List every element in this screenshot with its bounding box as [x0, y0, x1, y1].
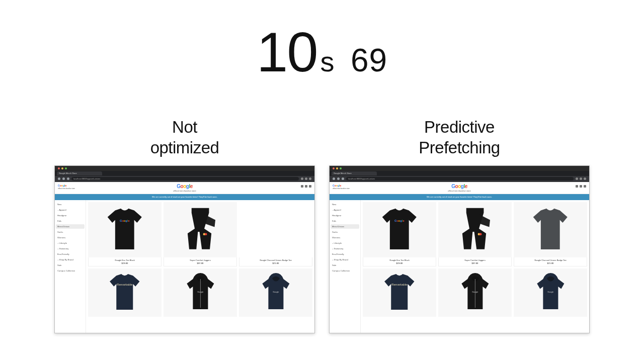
search-icon[interactable]: [301, 185, 303, 188]
svg-text:Google: Google: [197, 291, 203, 293]
product-grid: Google Google Eco Tee Black $23.00 Super…: [86, 200, 314, 333]
site-header: Google official merchandise store Google…: [55, 182, 314, 194]
reload-icon[interactable]: [67, 177, 69, 180]
sidebar-item[interactable]: Lifestyle: [56, 241, 85, 245]
sidebar-item[interactable]: Socks: [331, 230, 359, 234]
product-image-pants: [449, 206, 501, 253]
site-logo[interactable]: Google: [177, 184, 192, 189]
extension-icon[interactable]: [301, 177, 303, 180]
store-body: NewApparelHeadgearKidsMens/UnisexSocksWo…: [55, 200, 314, 333]
forward-icon[interactable]: [62, 177, 65, 180]
sidebar-item[interactable]: Sale: [331, 263, 359, 267]
extension-icon[interactable]: [576, 177, 578, 180]
product-image: Google: [164, 268, 237, 317]
product-image: [514, 202, 587, 257]
url-input[interactable]: localhost:3000/apparel-unisex: [346, 177, 574, 180]
product-image-tshirt: Remarkable: [368, 272, 431, 313]
site-logo-small[interactable]: Google: [58, 184, 66, 187]
product-image-hoodie: Google: [446, 272, 505, 313]
sidebar-item[interactable]: Womens: [56, 235, 85, 240]
announcement-banner: We are currently out of stock on your fa…: [330, 194, 589, 200]
sidebar-item[interactable]: Womens: [331, 235, 359, 240]
site-logo-small-sub: official merchandise store: [58, 188, 75, 190]
cart-icon[interactable]: [309, 185, 311, 188]
product-card[interactable]: Remarkable: [88, 268, 162, 317]
product-card[interactable]: Google Charcoal Unisex Badge Tee $21.00: [239, 202, 312, 266]
reload-icon[interactable]: [342, 177, 344, 180]
sidebar-item[interactable]: Shop By Brand: [331, 257, 359, 262]
account-icon[interactable]: [305, 185, 307, 188]
product-image: [438, 202, 512, 257]
panel-title-left: Not optimized: [54, 117, 315, 158]
category-sidebar: NewApparelHeadgearKidsMens/UnisexSocksWo…: [330, 200, 361, 333]
browser-tab[interactable]: Google Merch Store: [57, 171, 102, 175]
menu-icon[interactable]: [584, 177, 586, 180]
site-logo-small[interactable]: Google: [333, 184, 341, 187]
url-bar: localhost:3000/apparel-unisex: [330, 176, 589, 182]
sidebar-item[interactable]: Lifestyle: [331, 241, 359, 245]
search-icon[interactable]: [576, 185, 578, 188]
account-icon[interactable]: [580, 185, 582, 188]
svg-text:Remarkable: Remarkable: [117, 283, 132, 286]
svg-point-9: [479, 233, 482, 236]
product-card[interactable]: Google: [514, 268, 587, 317]
close-icon[interactable]: [58, 167, 60, 169]
browser-tab[interactable]: Google Merch Store: [332, 171, 377, 175]
product-card[interactable]: Google: [164, 268, 237, 317]
tab-strip: Google Merch Store: [55, 171, 314, 176]
close-icon[interactable]: [333, 167, 335, 169]
forward-icon[interactable]: [337, 177, 340, 180]
sidebar-item[interactable]: Eco-Friendly: [331, 252, 359, 256]
sidebar-item[interactable]: Headgear: [331, 213, 359, 218]
svg-text:Remarkable: Remarkable: [391, 283, 407, 286]
maximize-icon[interactable]: [340, 167, 342, 169]
sidebar-item[interactable]: Headgear: [56, 213, 85, 218]
back-icon[interactable]: [58, 177, 60, 180]
product-card[interactable]: Google: [438, 268, 512, 317]
product-image-pants: [175, 206, 226, 253]
sidebar-item[interactable]: Stationery: [56, 246, 85, 251]
sidebar-item[interactable]: Mens/Unisex: [331, 224, 359, 229]
product-card[interactable]: Google: [239, 268, 312, 317]
sidebar-item[interactable]: New: [56, 202, 85, 207]
sidebar-item[interactable]: Eco-Friendly: [56, 252, 85, 256]
product-card[interactable]: Super Comfort Joggers $37.00: [164, 202, 237, 266]
sidebar-item[interactable]: Mens/Unisex: [56, 224, 85, 229]
product-image: Google: [438, 268, 512, 317]
sidebar-item[interactable]: Campus Collection: [331, 268, 359, 273]
product-card[interactable]: Google Google Eco Tee Black $23.00: [363, 202, 436, 266]
sidebar-item[interactable]: Socks: [56, 230, 85, 234]
product-image-tshirt: Remarkable: [93, 272, 156, 313]
menu-icon[interactable]: [309, 177, 311, 180]
back-icon[interactable]: [333, 177, 335, 180]
svg-text:Google: Google: [547, 291, 553, 293]
product-image: [239, 202, 312, 257]
sidebar-item[interactable]: Shop By Brand: [56, 257, 85, 262]
maximize-icon[interactable]: [65, 167, 67, 169]
sidebar-item[interactable]: Apparel: [331, 208, 359, 212]
product-card[interactable]: Google Google Eco Tee Black $23.00: [88, 202, 162, 266]
minimize-icon[interactable]: [61, 167, 63, 169]
product-card[interactable]: Remarkable: [363, 268, 436, 317]
product-image: Google: [514, 268, 587, 317]
sidebar-item[interactable]: Sale: [56, 263, 85, 267]
sidebar-item[interactable]: Kids: [331, 219, 359, 223]
site-logo[interactable]: Google: [451, 184, 467, 189]
svg-text:Google: Google: [394, 219, 405, 222]
product-grid: Google Google Eco Tee Black $23.00 Super…: [361, 200, 589, 333]
sidebar-item[interactable]: Campus Collection: [56, 268, 85, 273]
product-image: Remarkable: [363, 268, 436, 317]
url-input[interactable]: localhost:3000/apparel-unisex: [71, 177, 299, 180]
product-card[interactable]: Super Comfort Joggers $37.00: [438, 202, 512, 266]
product-caption: Google Charcoal Unisex Badge Tee $21.00: [239, 257, 312, 266]
panel-predictive-prefetching: Predictive Prefetching Google Merch Stor…: [329, 117, 590, 333]
product-card[interactable]: Google Charcoal Unisex Badge Tee $21.00: [514, 202, 587, 266]
sidebar-item[interactable]: Stationery: [331, 246, 359, 251]
timer-seconds: 10: [257, 21, 317, 83]
sidebar-item[interactable]: Kids: [56, 219, 85, 223]
cart-icon[interactable]: [584, 185, 586, 188]
sidebar-item[interactable]: Apparel: [56, 208, 85, 212]
sidebar-item[interactable]: New: [331, 202, 359, 207]
minimize-icon[interactable]: [336, 167, 338, 169]
site-subtitle: official merchandise store: [173, 190, 196, 192]
